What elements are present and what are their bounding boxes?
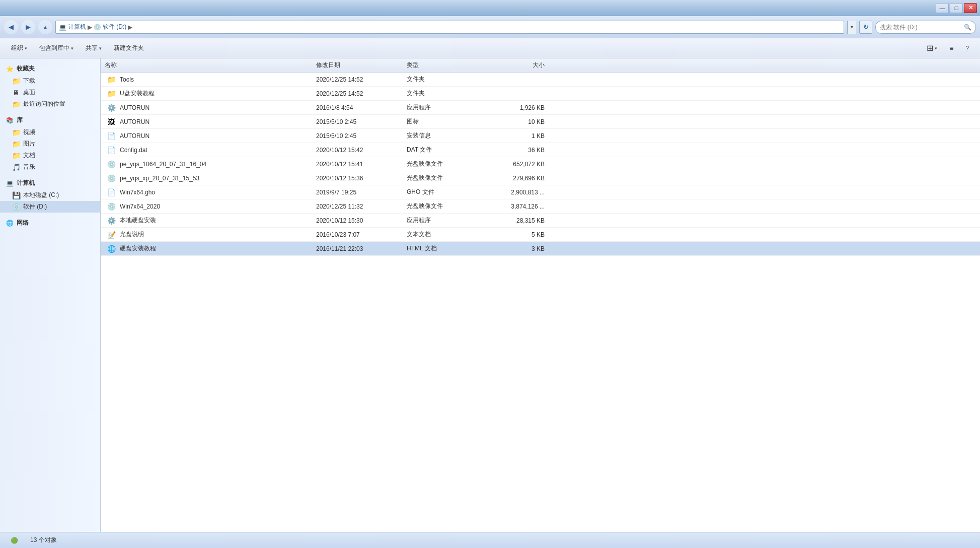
file-date: 2020/10/12 15:30: [312, 217, 403, 224]
new-folder-button[interactable]: 新建文件夹: [109, 41, 149, 56]
refresh-button[interactable]: ↻: [859, 21, 872, 34]
table-row[interactable]: 📁 Tools 2020/12/25 14:52 文件夹: [101, 73, 980, 87]
change-view-button[interactable]: ≡: [944, 41, 958, 56]
file-name: AUTORUN: [120, 118, 308, 125]
minimize-button[interactable]: —: [936, 3, 949, 13]
file-icon: 📄: [107, 131, 116, 141]
library-button[interactable]: 包含到库中 ▾: [34, 41, 79, 56]
toolbar: 组织 ▾ 包含到库中 ▾ 共享 ▾ 新建文件夹 ⊞ ▾ ≡ ?: [0, 38, 980, 58]
sidebar-item-desktop[interactable]: 🖥 桌面: [0, 87, 100, 98]
table-row[interactable]: ⚙️ AUTORUN 2016/1/8 4:54 应用程序 1,926 KB: [101, 101, 980, 115]
file-area: 名称 修改日期 类型 大小 📁 Tools 2020/12/25 14:52 文…: [101, 58, 980, 532]
file-icon: 📁: [107, 89, 116, 98]
sidebar-item-downloads[interactable]: 📁 下载: [0, 75, 100, 87]
column-size[interactable]: 大小: [483, 61, 549, 70]
computer-icon: 💻: [59, 24, 66, 31]
network-header[interactable]: 🌐 网络: [0, 217, 100, 229]
file-type: 安装信息: [403, 131, 483, 140]
pictures-folder-icon: 📁: [12, 140, 20, 148]
address-path[interactable]: 💻 计算机 ▶ 💿 软件 (D:) ▶: [55, 21, 844, 34]
sidebar-item-music[interactable]: 🎵 音乐: [0, 161, 100, 173]
close-button[interactable]: ✕: [964, 3, 977, 13]
file-date: 2015/5/10 2:45: [312, 118, 403, 125]
search-icon[interactable]: 🔍: [964, 24, 971, 31]
file-name: pe_yqs_1064_20_07_31_16_04: [120, 161, 308, 168]
sidebar-section-network: 🌐 网络: [0, 217, 100, 229]
file-name: Win7x64_2020: [120, 203, 308, 210]
desktop-icon: 🖥: [12, 89, 20, 97]
documents-folder-icon: 📁: [12, 152, 20, 160]
video-folder-icon: 📁: [12, 128, 20, 136]
file-date: 2020/12/25 14:52: [312, 90, 403, 97]
file-name: Config.dat: [120, 147, 308, 154]
organize-button[interactable]: 组织 ▾: [6, 41, 32, 56]
column-date[interactable]: 修改日期: [312, 61, 403, 70]
sidebar: ⭐ 收藏夹 📁 下载 🖥 桌面 📁 最近访问的位置 📚 库: [0, 58, 101, 532]
sidebar-item-drive-d[interactable]: 💿 软件 (D:): [0, 201, 100, 213]
drive-icon: 💿: [94, 24, 101, 31]
file-type: 光盘映像文件: [403, 202, 483, 211]
address-bar: ◀ ▶ ▲ 💻 计算机 ▶ 💿 软件 (D:) ▶ ▾ ↻ 🔍: [0, 16, 980, 38]
file-type: HTML 文档: [403, 244, 483, 253]
table-row[interactable]: 💿 pe_yqs_xp_20_07_31_15_53 2020/10/12 15…: [101, 171, 980, 185]
table-row[interactable]: 🖼 AUTORUN 2015/5/10 2:45 图标 10 KB: [101, 115, 980, 129]
table-row[interactable]: 📝 光盘说明 2016/10/23 7:07 文本文档 5 KB: [101, 228, 980, 242]
view-button[interactable]: ⊞ ▾: [922, 41, 942, 56]
drive-c-icon: 💾: [12, 191, 20, 199]
file-icon: 📄: [107, 146, 116, 155]
file-icon: 🖼: [107, 117, 116, 126]
sidebar-item-drive-c[interactable]: 💾 本地磁盘 (C:): [0, 189, 100, 201]
status-icon: 🟢: [6, 532, 22, 549]
up-button[interactable]: ▲: [38, 20, 52, 34]
file-date: 2016/1/8 4:54: [312, 104, 403, 111]
maximize-button[interactable]: □: [950, 3, 963, 13]
file-size: 2,900,813 ...: [483, 189, 549, 196]
table-row[interactable]: 📁 U盘安装教程 2020/12/25 14:52 文件夹: [101, 87, 980, 101]
address-dropdown[interactable]: ▾: [847, 21, 856, 34]
computer-header[interactable]: 💻 计算机: [0, 177, 100, 189]
search-box[interactable]: 🔍: [875, 21, 976, 34]
table-row[interactable]: 💿 pe_yqs_1064_20_07_31_16_04 2020/10/12 …: [101, 157, 980, 171]
file-size: 1,926 KB: [483, 104, 549, 111]
table-row[interactable]: 💿 Win7x64_2020 2020/12/25 11:32 光盘映像文件 3…: [101, 199, 980, 214]
computer-section-icon: 💻: [6, 180, 14, 187]
library-header[interactable]: 📚 库: [0, 114, 100, 126]
file-name: AUTORUN: [120, 104, 308, 111]
file-type: 文件夹: [403, 89, 483, 98]
column-type[interactable]: 类型: [403, 61, 483, 70]
sidebar-item-pictures[interactable]: 📁 图片: [0, 138, 100, 150]
file-type: 光盘映像文件: [403, 174, 483, 182]
file-icon: ⚙️: [107, 103, 116, 112]
back-button[interactable]: ◀: [4, 20, 18, 34]
table-row[interactable]: 📄 Config.dat 2020/10/12 15:42 DAT 文件 36 …: [101, 143, 980, 157]
file-type: 应用程序: [403, 216, 483, 225]
forward-button[interactable]: ▶: [21, 20, 35, 34]
file-list: 📁 Tools 2020/12/25 14:52 文件夹 📁 U盘安装教程 20…: [101, 73, 980, 256]
search-input[interactable]: [880, 24, 962, 31]
file-icon: 📁: [107, 75, 116, 84]
table-row[interactable]: ⚙️ 本地硬盘安装 2020/10/12 15:30 应用程序 28,315 K…: [101, 214, 980, 228]
file-icon: 📄: [107, 188, 116, 197]
file-type: 图标: [403, 117, 483, 126]
file-size: 652,072 KB: [483, 161, 549, 168]
path-drive[interactable]: 💿 软件 (D:): [94, 23, 126, 31]
sidebar-item-recent[interactable]: 📁 最近访问的位置: [0, 98, 100, 110]
sidebar-item-video[interactable]: 📁 视频: [0, 126, 100, 138]
table-row[interactable]: 📄 Win7x64.gho 2019/9/7 19:25 GHO 文件 2,90…: [101, 185, 980, 199]
column-name[interactable]: 名称: [101, 61, 312, 70]
sidebar-section-library: 📚 库 📁 视频 📁 图片 📁 文档 🎵 音乐: [0, 114, 100, 173]
file-date: 2016/10/23 7:07: [312, 231, 403, 238]
file-name: Tools: [120, 76, 308, 83]
share-button[interactable]: 共享 ▾: [81, 41, 107, 56]
file-name: 硬盘安装教程: [120, 244, 308, 253]
library-dropdown-icon: ▾: [71, 46, 73, 51]
help-button[interactable]: ?: [960, 41, 974, 56]
file-icon: ⚙️: [107, 216, 116, 225]
favorites-header[interactable]: ⭐ 收藏夹: [0, 62, 100, 75]
path-computer[interactable]: 💻 计算机: [59, 23, 86, 31]
title-bar-buttons: — □ ✕: [936, 3, 977, 13]
view-icon: ⊞: [927, 43, 933, 53]
table-row[interactable]: 🌐 硬盘安装教程 2016/11/21 22:03 HTML 文档 3 KB: [101, 242, 980, 256]
table-row[interactable]: 📄 AUTORUN 2015/5/10 2:45 安装信息 1 KB: [101, 129, 980, 143]
sidebar-item-documents[interactable]: 📁 文档: [0, 150, 100, 161]
